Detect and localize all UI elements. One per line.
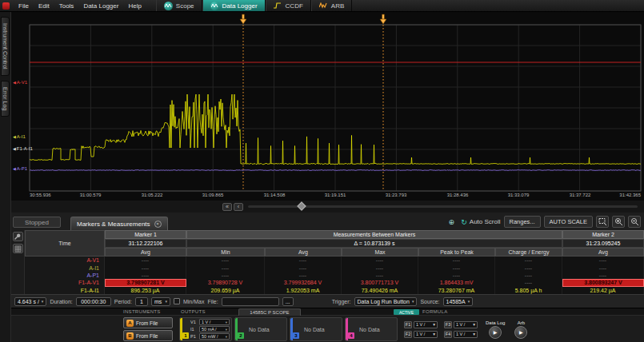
measurement-cell: 209.659 µA — [186, 287, 265, 294]
time-tick-label: 31:33.079 — [508, 193, 530, 197]
table-grid-icon[interactable] — [13, 244, 23, 253]
row-label-a-i1[interactable]: A-I1 — [25, 264, 105, 271]
f4-badge[interactable]: F4 — [444, 331, 452, 338]
tab-scope[interactable]: Scope — [156, 0, 202, 11]
scroll-track[interactable] — [248, 205, 638, 208]
measurement-cell: ---- — [418, 264, 495, 271]
timebase-select[interactable]: 4.643 s / ▾ — [14, 297, 46, 306]
measurement-cell: ---- — [105, 264, 186, 271]
trace-label-f1-a-i1[interactable]: ◀F1-A-I1 — [13, 146, 33, 151]
left-sidebar: Instrument Control Error Log — [0, 12, 11, 342]
period-label: Period: — [114, 299, 132, 304]
arb-play-button[interactable]: ▶ — [514, 326, 527, 339]
menu-tools[interactable]: Tools — [54, 0, 79, 11]
run-section: Data Log ▶ Arb ▶ — [486, 320, 527, 339]
zoom-in-icon[interactable] — [612, 216, 625, 228]
auto-scroll-button[interactable]: ↻ Auto Scroll — [461, 218, 500, 226]
no-data-label: No Data — [249, 327, 285, 332]
from-file-a-button[interactable]: A From File — [123, 317, 173, 328]
trace-pin-icon: ◀ — [13, 134, 16, 139]
zoom-box-icon[interactable] — [596, 216, 609, 228]
auto-scale-button[interactable]: AUTO SCALE — [544, 216, 593, 228]
marker1-header[interactable]: Marker 1 — [105, 230, 186, 239]
file-input[interactable] — [222, 297, 279, 306]
menu-edit[interactable]: Edit — [34, 0, 54, 11]
data-logger-wave-icon — [210, 2, 219, 10]
menu-data-logger[interactable]: Data Logger — [78, 0, 123, 11]
row-label-a-v1[interactable]: A-V1 — [25, 256, 105, 264]
trace-label-a-p1[interactable]: ◀A-P1 — [13, 166, 27, 171]
channel-3[interactable]: 3 No Data — [290, 317, 342, 341]
col-header-m2-avg: Avg — [562, 248, 644, 256]
trace-name: F1-A-I1 — [17, 146, 33, 151]
scroll-step-left-button[interactable]: ‹ — [234, 203, 243, 211]
measure-tools-icon[interactable] — [13, 232, 23, 241]
ranges-button[interactable]: Ranges... — [504, 216, 541, 228]
f1-scale-select[interactable]: 1 V /▾ — [414, 321, 438, 328]
source-label: Source: — [420, 299, 439, 304]
time-tick-label: 31:00.579 — [80, 193, 102, 197]
sidebar-tab-error-log[interactable]: Error Log — [1, 81, 10, 117]
period-unit-select[interactable]: ms ▾ — [151, 297, 170, 306]
tab-label: ARB — [331, 2, 344, 10]
p1-label: P1 — [190, 334, 198, 339]
from-file-b-button[interactable]: B From File — [123, 330, 173, 341]
menu-help[interactable]: Help — [123, 0, 146, 11]
measurement-cell: ---- — [562, 272, 644, 279]
tab-ccdf[interactable]: CCDF — [266, 0, 311, 11]
minmax-checkbox[interactable] — [174, 298, 180, 304]
period-input[interactable]: 1 — [135, 297, 148, 306]
f3-scale-select[interactable]: 1 V /▾ — [454, 321, 478, 328]
f2-scale-select[interactable]: 1 V /▾ — [414, 331, 438, 338]
formula-f2: F2 1 V /▾ — [404, 331, 438, 338]
source-select[interactable]: 14585A ▾ — [443, 297, 474, 306]
row-label-f1-a-v1[interactable]: F1-A-V1 — [25, 279, 105, 286]
trace-pin-icon: ◀ — [13, 80, 16, 85]
menu-file[interactable]: File — [14, 0, 34, 11]
pan-icon[interactable]: ⊕ — [445, 216, 458, 228]
measurement-cell: 3.800771713 V — [342, 279, 418, 286]
f1-badge[interactable]: F1 — [404, 321, 412, 328]
trace-label-a-v1[interactable]: ◀A-V1 — [13, 80, 27, 85]
chevron-down-icon: ▾ — [226, 328, 227, 332]
duration-input[interactable]: 000:00:30 — [76, 297, 111, 306]
channel-1[interactable]: 1 V1 1 V /▾ I1 50 mA /▾ P1 50 mW /▾ — [179, 317, 232, 341]
marker2-header[interactable]: Marker 2 — [562, 230, 644, 239]
p1-scale-value: 50 mW / — [202, 334, 218, 339]
f3-badge[interactable]: F3 — [444, 321, 452, 328]
time-tick-label: 31:19.151 — [325, 193, 346, 197]
measurements-table: Time Marker 1 Measurements Between Marke… — [11, 230, 644, 294]
f4-scale-select[interactable]: 1 V /▾ — [454, 331, 478, 338]
browse-file-button[interactable]: ... — [282, 297, 294, 306]
close-tab-icon[interactable]: × — [154, 221, 162, 228]
chart-area[interactable]: ◀A-V1 ◀A-I1 ◀F1-A-I1 ◀A-P1 30:55.936 31:… — [11, 12, 644, 201]
trace-label-a-i1[interactable]: ◀A-I1 — [13, 134, 26, 139]
i1-scale-select[interactable]: 50 mA /▾ — [199, 326, 230, 332]
measurement-cell: 3.799932684 V — [265, 279, 342, 286]
bottom-center-tab[interactable]: 14585C P SCOPE — [238, 308, 301, 316]
trigger-select[interactable]: Data Log Run Button ▾ — [354, 297, 418, 306]
v1-scale-select[interactable]: 1 V /▾ — [199, 319, 230, 325]
p1-scale-select[interactable]: 50 mW /▾ — [199, 333, 230, 340]
tab-markers-measurements[interactable]: Markers & Measurements × — [70, 217, 168, 230]
formula-f4: F4 1 V /▾ — [444, 331, 478, 338]
f2-badge[interactable]: F2 — [404, 331, 412, 338]
tab-arb[interactable]: ARB — [311, 0, 352, 11]
tab-data-logger[interactable]: Data Logger — [202, 0, 266, 11]
data-log-run: Data Log ▶ — [486, 320, 505, 339]
tab-label: Scope — [176, 2, 194, 10]
data-log-play-button[interactable]: ▶ — [489, 326, 502, 339]
row-label-a-p1[interactable]: A-P1 — [25, 272, 105, 279]
sidebar-tab-instrument-control[interactable]: Instrument Control — [1, 17, 10, 76]
chart-scrollbar: « ‹ — [11, 201, 644, 213]
chevron-down-icon: ▾ — [433, 332, 435, 336]
zoom-out-icon[interactable] — [628, 216, 641, 228]
scroll-page-left-button[interactable]: « — [222, 203, 232, 211]
chevron-down-icon: ▾ — [226, 320, 227, 324]
scroll-thumb[interactable] — [298, 201, 306, 210]
waveform-plot[interactable] — [11, 12, 644, 201]
channel-4[interactable]: 4 No Data — [345, 317, 398, 341]
channel-2[interactable]: 2 No Data — [234, 317, 287, 341]
stopped-status-button[interactable]: Stopped — [13, 217, 61, 228]
row-label-f1-a-i1[interactable]: F1-A-I1 — [25, 287, 105, 294]
